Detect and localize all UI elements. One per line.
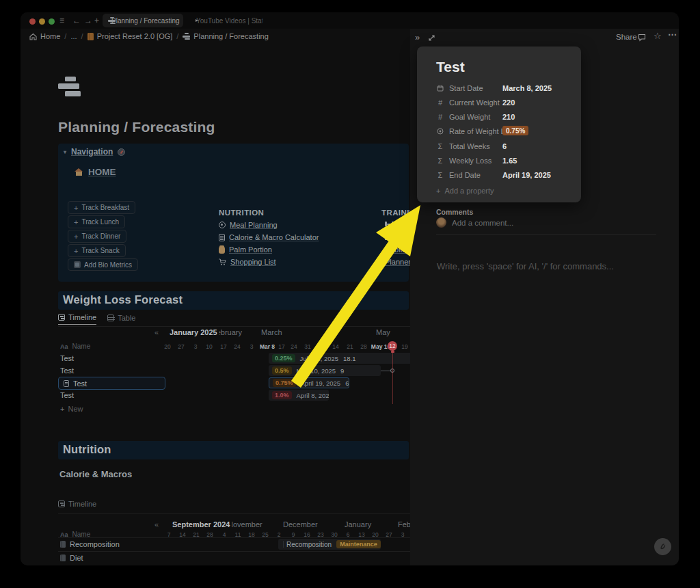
shopping-list-link[interactable]: Shopping List bbox=[219, 258, 276, 266]
row-title[interactable]: Recomposition bbox=[60, 540, 120, 548]
bar-chart-icon bbox=[385, 233, 393, 240]
row-title[interactable]: Test bbox=[60, 354, 74, 362]
peek-page-title[interactable]: Test bbox=[436, 59, 465, 75]
timeline-view-icon bbox=[58, 314, 65, 321]
track-snack-button[interactable]: +Track Snack bbox=[68, 244, 126, 257]
breadcrumb-page[interactable]: Planning / Forecasting bbox=[183, 32, 268, 40]
property-value[interactable]: 6 bbox=[502, 142, 507, 150]
calorie-macro-calculator-link[interactable]: Calorie & Macro Calculator bbox=[219, 233, 319, 241]
planner-link[interactable]: Planner bbox=[385, 258, 410, 266]
row-title[interactable]: Test bbox=[60, 391, 74, 399]
zoom-window-button[interactable] bbox=[49, 18, 55, 25]
property-value[interactable]: 1.65 bbox=[502, 157, 517, 165]
property-goal-weight[interactable]: # Goal Weight bbox=[436, 113, 490, 121]
timeline-scroll-left-icon[interactable]: « bbox=[154, 520, 159, 529]
training-column-header: TRAINING bbox=[381, 209, 410, 217]
notion-ai-button[interactable] bbox=[654, 538, 671, 555]
property-current-weight[interactable]: # Current Weight bbox=[436, 98, 500, 107]
subheading-calorie-macros: Calorie & Macros bbox=[59, 469, 132, 479]
add-comment-row[interactable]: Add a comment... bbox=[436, 217, 513, 228]
timeline-tick: 10 bbox=[206, 343, 212, 350]
view-tabs: Timeline Table bbox=[58, 313, 135, 325]
navigation-toggle[interactable]: ▾ Navigation bbox=[64, 147, 125, 157]
meal-icon bbox=[219, 222, 226, 228]
timeline-scroll-left-icon[interactable]: « bbox=[154, 328, 159, 336]
timeline-view-icon bbox=[58, 500, 65, 507]
plus-icon: + bbox=[436, 187, 440, 195]
row-title[interactable]: Diet bbox=[60, 554, 83, 562]
habits-link[interactable]: Habits bbox=[385, 245, 406, 254]
timeline-tick: 3 bbox=[250, 343, 254, 350]
view-tab-timeline[interactable]: Timeline bbox=[58, 313, 96, 325]
new-row-button[interactable]: + New bbox=[60, 405, 83, 413]
palm-portion-link[interactable]: Palm Portion bbox=[219, 245, 272, 254]
row-title[interactable]: Test bbox=[60, 366, 74, 375]
tab-youtube-videos[interactable]: YouTube Videos | Stati bbox=[187, 14, 262, 27]
timeline-bar[interactable]: 0.25% July 12, 2025 18.1 bbox=[269, 353, 410, 364]
add-bio-metrics-button[interactable]: Add Bio Metrics bbox=[68, 258, 138, 271]
view-tab-table[interactable]: Table bbox=[107, 314, 135, 325]
timeline-bar[interactable]: 1.0% April 8, 2025 4.5 bbox=[269, 390, 329, 401]
timeline-bar[interactable]: 0.5% May 10, 2025 9 bbox=[269, 365, 381, 376]
timeline-row: Test 1.0% April 8, 2025 4.5 bbox=[58, 389, 410, 402]
formula-icon: Σ bbox=[436, 142, 444, 150]
more-options-icon[interactable]: ⋯ bbox=[668, 29, 677, 40]
home-link[interactable]: HOME bbox=[75, 167, 116, 177]
property-value[interactable]: March 8, 2025 bbox=[502, 84, 552, 92]
property-value[interactable]: 220 bbox=[502, 98, 515, 107]
end-date: April 19, 2025 bbox=[301, 379, 341, 387]
book-icon bbox=[88, 33, 94, 40]
property-total-weeks[interactable]: Σ Total Weeks bbox=[436, 142, 490, 150]
timeline-tick-start-date: Mar 8 bbox=[260, 343, 275, 350]
add-property-button[interactable]: + Add a property bbox=[436, 187, 494, 195]
property-value[interactable]: 210 bbox=[502, 113, 515, 121]
property-start-date[interactable]: Start Date bbox=[436, 84, 483, 92]
comments-icon[interactable] bbox=[638, 34, 646, 42]
minimize-window-button[interactable] bbox=[39, 18, 45, 25]
editor-placeholder[interactable]: Write, press 'space' for AI, '/' for com… bbox=[437, 261, 614, 271]
timeline-row: Test 0.25% July 12, 2025 18.1 bbox=[58, 352, 410, 365]
end-date: July 12, 2025 bbox=[300, 355, 339, 362]
breadcrumb-home[interactable]: Home bbox=[29, 32, 60, 40]
notebook-icon bbox=[60, 541, 66, 548]
property-value[interactable]: April 19, 2025 bbox=[502, 171, 551, 179]
timeline-tick: 24 bbox=[234, 343, 240, 350]
rate-badge: 1.0% bbox=[272, 391, 292, 399]
timeline-tick: 31 bbox=[304, 343, 310, 350]
main-content: Planning / Forecasting ▾ Navigation HOME… bbox=[21, 12, 410, 565]
breadcrumb-project[interactable]: Project Reset 2.0 [OG] bbox=[88, 32, 173, 40]
page-title: Planning / Forecasting bbox=[58, 119, 215, 135]
page-icon-gantt[interactable] bbox=[58, 75, 83, 97]
training-link-1[interactable] bbox=[385, 221, 394, 227]
forward-icon[interactable]: → bbox=[84, 15, 92, 26]
toggle-triangle-icon: ▾ bbox=[64, 149, 66, 155]
house-icon bbox=[75, 168, 83, 176]
share-button[interactable]: Share bbox=[616, 33, 637, 41]
property-value-badge[interactable]: 0.75% bbox=[502, 126, 528, 134]
training-link-2[interactable] bbox=[385, 233, 393, 240]
property-weekly-loss[interactable]: Σ Weekly Loss bbox=[436, 157, 492, 165]
close-peek-icon[interactable]: » bbox=[415, 32, 420, 42]
close-window-button[interactable] bbox=[29, 18, 36, 25]
timeline-tick: 20 bbox=[164, 343, 170, 350]
back-icon[interactable]: ← bbox=[72, 15, 81, 26]
timeline-bar-selected[interactable]: 0.75% April 19, 2025 6 bbox=[269, 377, 349, 388]
tab-label: YouTube Videos | Stati bbox=[196, 17, 262, 25]
view-tab-timeline[interactable]: Timeline bbox=[58, 500, 96, 511]
expand-page-icon[interactable] bbox=[428, 34, 435, 42]
track-dinner-button[interactable]: +Track Dinner bbox=[68, 230, 126, 243]
breadcrumb-ellipsis[interactable]: ... bbox=[70, 32, 77, 40]
row-title-selected[interactable]: Test bbox=[58, 377, 165, 390]
month-label: February bbox=[398, 520, 410, 529]
property-end-date[interactable]: Σ End Date bbox=[436, 171, 481, 179]
meal-planning-link[interactable]: Meal Planning bbox=[219, 221, 278, 229]
gantt-page-icon bbox=[183, 33, 190, 40]
sidebar-menu-icon[interactable]: ≡ bbox=[59, 15, 64, 26]
track-lunch-button[interactable]: +Track Lunch bbox=[68, 215, 125, 228]
favorite-star-icon[interactable]: ☆ bbox=[654, 31, 662, 41]
new-tab-icon[interactable]: + bbox=[94, 15, 99, 26]
tab-planning-forecasting[interactable]: Planning / Forecasting bbox=[103, 14, 183, 27]
track-breakfast-button[interactable]: +Track Breakfast bbox=[68, 201, 135, 214]
timeline-bar[interactable]: Recomposition Maintenance bbox=[278, 539, 381, 550]
table-view-icon bbox=[107, 315, 114, 321]
